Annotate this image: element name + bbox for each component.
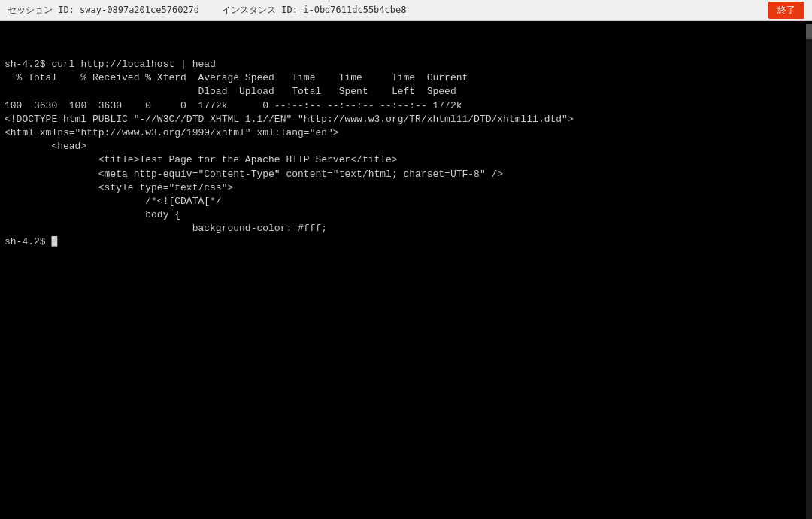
terminal-line: <html xmlns="http://www.w3.org/1999/xhtm… xyxy=(5,126,807,140)
terminal-line: sh-4.2$ curl http://localhost | head xyxy=(5,58,807,71)
cursor: █ xyxy=(51,236,57,247)
terminal-line: 100 3630 100 3630 0 0 1772k 0 --:--:-- -… xyxy=(5,99,807,113)
terminal-line: % Total % Received % Xferd Average Speed… xyxy=(5,71,807,85)
terminal-line: sh-4.2$ █ xyxy=(5,235,807,249)
terminal-line: Dload Upload Total Spent Left Speed xyxy=(5,85,807,99)
top-bar: セッション ID: sway-0897a201ce576027d インスタンス … xyxy=(0,0,812,21)
session-id: セッション ID: sway-0897a201ce576027d xyxy=(8,4,199,17)
terminal-line: <style type="text/css"> xyxy=(5,181,807,195)
top-bar-info: セッション ID: sway-0897a201ce576027d インスタンス … xyxy=(8,4,406,17)
terminal-line: <head> xyxy=(5,140,807,153)
terminal-line: /*<![CDATA[*/ xyxy=(5,195,807,208)
terminal-content: sh-4.2$ curl http://localhost | head % T… xyxy=(5,58,807,250)
terminal-line: <meta http-equiv="Content-Type" content=… xyxy=(5,168,807,181)
terminal-line: background-color: #fff; xyxy=(5,222,807,235)
terminate-button[interactable]: 終了 xyxy=(768,2,804,19)
terminal[interactable]: sh-4.2$ curl http://localhost | head % T… xyxy=(0,21,812,519)
instance-id: インスタンス ID: i-0bd7611dc55b4cbe8 xyxy=(222,4,406,17)
terminal-line: <title>Test Page for the Apache HTTP Ser… xyxy=(5,153,807,167)
scrollbar[interactable] xyxy=(806,24,812,519)
scroll-thumb[interactable] xyxy=(806,24,812,39)
terminal-line: body { xyxy=(5,208,807,222)
terminal-line: <!DOCTYPE html PUBLIC "-//W3C//DTD XHTML… xyxy=(5,113,807,126)
